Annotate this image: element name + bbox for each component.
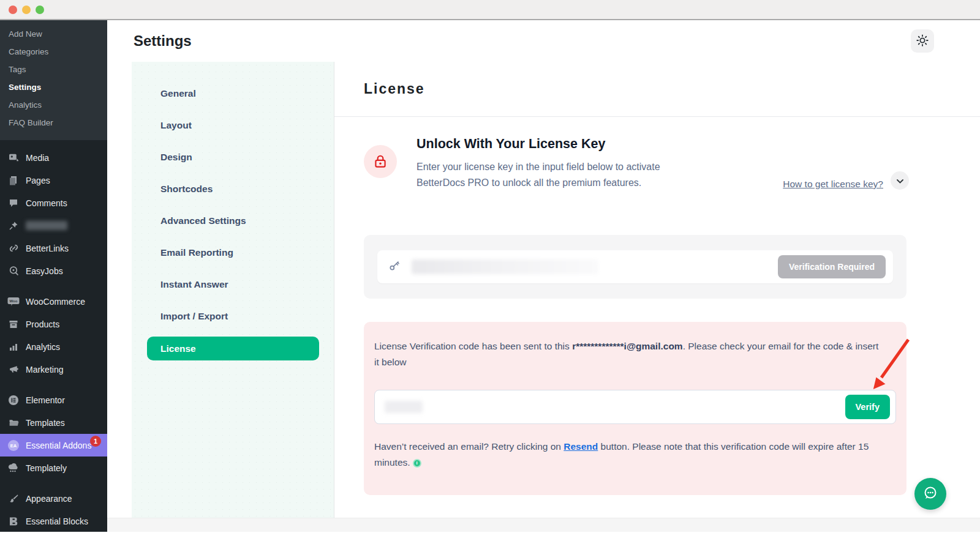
sidebar-item-label: Essential Addons (26, 441, 91, 450)
pages-icon (7, 174, 20, 187)
analytics-icon (7, 341, 20, 353)
settings-nav-panel: General Layout Design Shortcodes Advance… (132, 62, 334, 518)
templates-icon (7, 417, 20, 429)
settings-header: Settings (107, 20, 980, 62)
settings-tab-license[interactable]: License (147, 337, 319, 360)
settings-tab-import-export[interactable]: Import / Export (132, 300, 334, 332)
sidebar-item-label: Analytics (26, 342, 60, 352)
essential-addons-icon: EA (7, 439, 20, 452)
sidebar-item-media[interactable]: Media (0, 146, 107, 169)
macos-titlebar (0, 0, 980, 20)
verification-message: License Verification code has been sent … (374, 338, 883, 370)
sidebar-item-easyjobs[interactable]: EasyJobs (0, 259, 107, 282)
sidebar-item-templates[interactable]: Templates (0, 411, 107, 434)
sidebar-item-betterlinks[interactable]: BetterLinks (0, 237, 107, 259)
settings-tab-design[interactable]: Design (132, 141, 334, 173)
sidebar-item-label: EasyJobs (26, 266, 63, 276)
sidebar-item-redacted[interactable] (0, 214, 107, 237)
resend-link[interactable]: Resend (564, 441, 598, 452)
sidebar-item-essential-blocks[interactable]: Essential Blocks (0, 510, 107, 532)
sidebar-item-pages[interactable]: Pages (0, 169, 107, 192)
unlock-description: Enter your license key in the input fiel… (417, 159, 698, 191)
redacted-verification-code (385, 401, 423, 413)
pin-icon (7, 220, 20, 232)
sidebar-item-label: Essential Blocks (26, 516, 88, 526)
how-to-get-license-link[interactable]: How to get license key? (783, 179, 883, 190)
live-chat-button[interactable] (914, 478, 946, 510)
settings-tab-email-reporting[interactable]: Email Reporting (132, 237, 334, 269)
sidebar-item-analytics[interactable]: Analytics (0, 335, 107, 358)
sidebar-item-label: Elementor (26, 395, 65, 405)
settings-tab-shortcodes[interactable]: Shortcodes (132, 173, 334, 205)
verification-required-button[interactable]: Verification Required (778, 255, 886, 278)
verify-button[interactable]: Verify (845, 395, 891, 419)
masked-email: r*************i@gmail.com (572, 341, 683, 351)
license-key-section: Verification Required (364, 235, 907, 299)
settings-tab-instant-answer[interactable]: Instant Answer (132, 269, 334, 300)
app-window: Add New Categories Tags Settings Analyti… (0, 0, 980, 533)
verification-notice-panel: License Verification code has been sent … (364, 322, 907, 495)
settings-tab-general[interactable]: General (132, 78, 334, 110)
sidebar-item-label: Templates (26, 418, 65, 428)
sidebar-item-label: Marketing (26, 365, 63, 375)
marketing-icon (7, 363, 20, 376)
key-icon (388, 259, 401, 274)
unlock-section: Unlock With Your License Key Enter your … (364, 136, 909, 191)
sidebar-item-label: Pages (26, 176, 50, 185)
license-title: License (364, 81, 425, 97)
license-panel: License Unlock With Your License Key Ent… (334, 62, 980, 518)
sidebar-item-add-new[interactable]: Add New (0, 25, 107, 43)
betterdocs-submenu: Add New Categories Tags Settings Analyti… (0, 20, 107, 140)
sidebar-item-label: Appearance (26, 494, 72, 504)
chevron-down-icon (897, 176, 903, 185)
sidebar-item-comments[interactable]: Comments (0, 192, 107, 214)
sidebar-item-label: BetterLinks (26, 244, 69, 253)
sidebar-item-woocommerce[interactable]: Woo WooCommerce (0, 290, 107, 313)
footer-band (107, 518, 980, 532)
resend-message: Haven’t received an email? Retry clickin… (374, 439, 883, 471)
essential-blocks-icon (7, 515, 20, 527)
sidebar-item-analytics-sub[interactable]: Analytics (0, 96, 107, 114)
verification-code-input[interactable]: Verify (374, 390, 896, 424)
settings-tab-advanced-settings[interactable]: Advanced Settings (132, 205, 334, 237)
theme-toggle-button[interactable] (911, 29, 934, 53)
sidebar-item-label: Media (26, 153, 49, 163)
lock-icon (364, 145, 397, 178)
sidebar-item-label: Comments (26, 198, 67, 208)
sidebar-item-appearance[interactable]: Appearance (0, 487, 107, 510)
sidebar-item-products[interactable]: Products (0, 313, 107, 335)
appearance-icon (7, 493, 20, 505)
sidebar-item-faq-builder[interactable]: FAQ Builder (0, 114, 107, 132)
sidebar-item-categories[interactable]: Categories (0, 43, 107, 61)
sidebar-item-label: WooCommerce (26, 297, 85, 307)
zoom-window-icon[interactable] (36, 6, 44, 14)
sidebar-item-label: Products (26, 319, 59, 329)
sidebar-item-settings[interactable]: Settings (0, 78, 107, 96)
sidebar-item-essential-addons[interactable]: EA Essential Addons 1 (0, 434, 107, 457)
license-panel-header: License (334, 62, 980, 117)
info-icon: i (413, 459, 421, 468)
settings-tab-layout[interactable]: Layout (132, 110, 334, 141)
sidebar-item-templately[interactable]: Templately (0, 457, 107, 479)
minimize-window-icon[interactable] (22, 6, 31, 14)
unlock-heading: Unlock With Your License Key (417, 136, 698, 152)
notification-badge: 1 (90, 436, 101, 447)
media-icon (7, 152, 20, 164)
license-key-input[interactable]: Verification Required (377, 250, 893, 283)
svg-text:Woo: Woo (10, 299, 18, 303)
sun-icon (916, 34, 929, 49)
page-title: Settings (134, 32, 192, 50)
redacted-license-key (412, 259, 598, 274)
comments-icon (7, 197, 20, 209)
redacted-label (26, 221, 67, 230)
sidebar-item-tags[interactable]: Tags (0, 61, 107, 78)
svg-text:EA: EA (10, 443, 17, 449)
wp-admin-sidebar: Add New Categories Tags Settings Analyti… (0, 20, 107, 532)
sidebar-item-marketing[interactable]: Marketing (0, 358, 107, 381)
woocommerce-icon: Woo (7, 296, 20, 308)
easyjobs-icon (7, 265, 20, 277)
close-window-icon[interactable] (9, 6, 17, 14)
sidebar-item-elementor[interactable]: Elementor (0, 389, 107, 411)
chat-bubble-icon (922, 485, 939, 504)
expand-help-button[interactable] (891, 171, 909, 190)
